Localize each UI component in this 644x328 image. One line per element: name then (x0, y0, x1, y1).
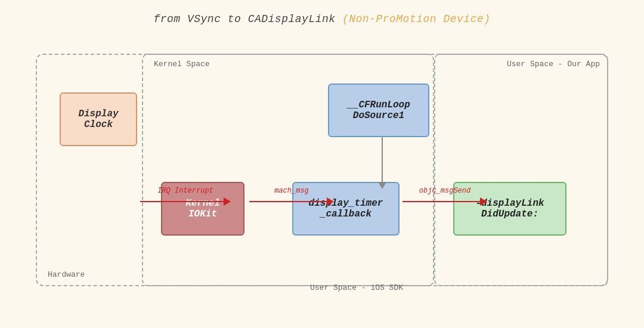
irq-arrow: IRQ Interrupt (140, 187, 231, 206)
user-app-label: User Space - Our App (507, 60, 600, 69)
objc-label: objc_msgSend (419, 187, 470, 195)
irq-head (224, 197, 231, 206)
gray-shaft (382, 137, 383, 182)
display-clock-box: DisplayClock (60, 92, 137, 146)
mach-msg-head (327, 197, 334, 206)
irq-shaft (140, 201, 224, 202)
kernel-space-label: Kernel Space (154, 60, 210, 69)
cfrunloop-down-arrow (378, 137, 386, 189)
mach-msg-arrow: mach_msg (249, 187, 334, 206)
mach-msg-label: mach_msg (274, 187, 309, 195)
irq-arrow-line (140, 197, 231, 206)
page-title: from VSync to CADisplayLink (Non-ProMoti… (153, 13, 490, 25)
objc-arrow: objc_msgSend (402, 187, 487, 206)
title-part2: (Non-ProMotion Device) (342, 13, 491, 25)
gray-head (378, 182, 386, 189)
cfrunloop-box: __CFRunLoopDoSource1 (328, 83, 429, 137)
diagram-container: Hardware Kernel Space User Space - Our A… (36, 36, 608, 298)
irq-label: IRQ Interrupt (157, 187, 213, 195)
objc-shaft (402, 201, 480, 202)
mach-msg-line (249, 197, 334, 206)
objc-line (402, 197, 487, 206)
box-user-app: User Space - Our App (434, 54, 608, 286)
mach-msg-shaft (249, 201, 327, 202)
hardware-label: Hardware (48, 270, 85, 279)
ios-sdk-label: User Space - iOS SDK (310, 283, 403, 292)
title-part1: from VSync to CADisplayLink (153, 13, 335, 25)
objc-head (480, 197, 487, 206)
